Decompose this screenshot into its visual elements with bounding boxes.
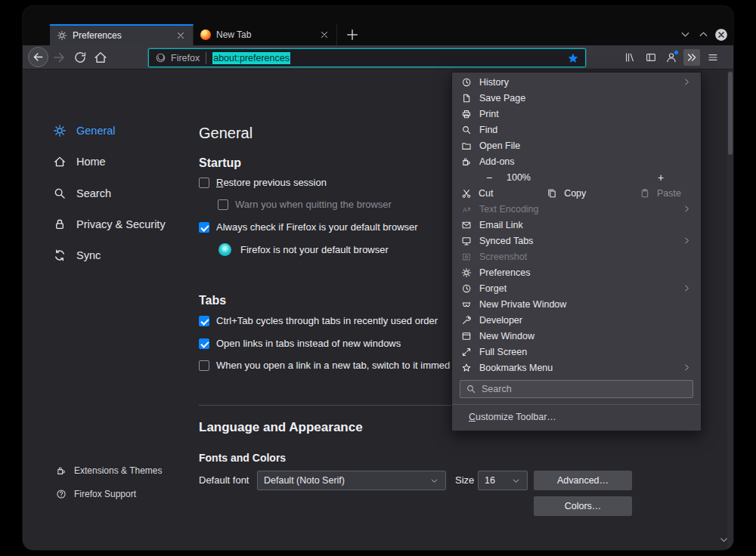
sync-icon: [53, 249, 67, 262]
forward-button[interactable]: [51, 50, 67, 65]
reload-button[interactable]: [73, 50, 88, 65]
hamburger-icon: [707, 51, 719, 63]
switch-to-tab-checkbox[interactable]: [199, 360, 209, 371]
menu-item-synced-tabs[interactable]: Synced Tabs: [452, 233, 701, 249]
puzzle-icon: [56, 465, 67, 476]
sidebar-item-privacy-security[interactable]: Privacy & Security: [53, 218, 166, 231]
svg-text:A: A: [463, 205, 467, 213]
menu-item-label: Print: [479, 109, 692, 119]
paste-button[interactable]: Paste: [640, 188, 681, 199]
menu-item-label: Find: [479, 125, 692, 135]
scroll-down-button[interactable]: [718, 534, 730, 545]
cut-button[interactable]: Cut: [461, 188, 493, 199]
list-all-tabs-button[interactable]: [679, 28, 692, 41]
font-size-select[interactable]: 16: [478, 471, 528, 490]
paste-icon: [640, 188, 650, 199]
default-browser-status-row: Firefox is not your default browser: [218, 243, 389, 256]
lock-icon: [53, 218, 67, 231]
scroll-tabs-up-button[interactable]: [697, 28, 710, 41]
back-icon: [32, 51, 45, 63]
urlbar-divider: [206, 52, 206, 64]
default-browser-checkbox[interactable]: [199, 222, 209, 233]
warn-quit-checkbox[interactable]: [218, 199, 228, 210]
account-button[interactable]: [663, 49, 680, 66]
sidebar-item-home[interactable]: Home: [53, 155, 106, 168]
language-appearance-heading: Language and Appearance: [199, 420, 363, 435]
menu-item-preferences[interactable]: Preferences: [452, 264, 701, 280]
default-font-select[interactable]: Default (Noto Serif): [257, 471, 446, 490]
menu-search-box: [460, 380, 693, 398]
sidebar-item-sync[interactable]: Sync: [53, 249, 101, 262]
sidebar-item-extensions-themes[interactable]: Extensions & Themes: [56, 465, 163, 476]
menu-item-full-screen[interactable]: Full Screen: [452, 344, 701, 360]
library-button[interactable]: [621, 49, 638, 66]
menu-item-find[interactable]: Find: [452, 122, 701, 137]
bookmarks-icon: [461, 363, 472, 373]
sidebar-item-firefox-support[interactable]: Firefox Support: [56, 489, 136, 499]
tab-preferences[interactable]: Preferences: [50, 24, 194, 45]
menu-item-developer[interactable]: Developer: [452, 312, 701, 328]
default-browser-status-icon: [218, 243, 231, 256]
zoom-level[interactable]: 100%: [507, 172, 531, 183]
zoom-out-button[interactable]: −: [481, 171, 497, 184]
back-button[interactable]: [28, 47, 48, 67]
menu-item-new-window[interactable]: New Window: [452, 328, 701, 344]
url-text[interactable]: about:preferences: [212, 52, 290, 64]
menu-item-email-link[interactable]: Email Link: [452, 217, 701, 233]
gear-icon: [461, 267, 472, 278]
open-links-checkbox[interactable]: [199, 338, 209, 349]
url-bar[interactable]: Firefox about:preferences: [148, 48, 586, 67]
menu-item-label: Synced Tabs: [479, 236, 674, 246]
menu-item-open-file[interactable]: Open File: [452, 137, 701, 153]
menu-item-forget[interactable]: Forget: [452, 280, 701, 296]
chevron-right-icon: [682, 204, 692, 214]
menu-item-text-encoding[interactable]: A Text Encoding: [452, 201, 701, 217]
close-tab-icon[interactable]: [319, 29, 330, 40]
ctrl-tab-checkbox[interactable]: [199, 316, 209, 326]
menu-search-input[interactable]: [482, 384, 687, 394]
gear-icon: [53, 124, 67, 137]
copy-button[interactable]: Copy: [547, 188, 586, 199]
open-file-icon: [461, 141, 472, 151]
restore-session-checkbox[interactable]: [199, 178, 209, 188]
sidebar-item-label: Extensions & Themes: [74, 465, 163, 476]
overflow-menu-button[interactable]: [683, 49, 700, 66]
scrollbar-thumb[interactable]: [728, 72, 733, 155]
menu-item-bookmarks-menu[interactable]: Bookmarks Menu: [452, 360, 701, 375]
chevron-right-icon: [682, 77, 692, 87]
cut-label: Cut: [479, 188, 493, 199]
menu-item-save-page[interactable]: Save Page: [452, 90, 701, 106]
advanced-button[interactable]: Advanced…: [534, 471, 632, 490]
hamburger-menu-button[interactable]: [705, 49, 721, 66]
option-label: Warn you when quitting the browser: [235, 199, 392, 210]
library-icon: [624, 51, 636, 63]
sidebar-item-search[interactable]: Search: [53, 187, 111, 200]
menu-item-screenshot[interactable]: Screenshot: [452, 249, 701, 264]
sidebar-item-general[interactable]: General: [53, 124, 116, 137]
close-window-button[interactable]: [714, 28, 728, 42]
new-tab-button[interactable]: [345, 27, 360, 42]
default-font-value: Default (Noto Serif): [264, 475, 345, 486]
home-button[interactable]: [93, 50, 108, 65]
home-icon: [53, 155, 67, 168]
tab-label: Preferences: [73, 30, 170, 41]
menu-item-new-private-window[interactable]: New Private Window: [452, 296, 701, 312]
firefox-identity-icon: [155, 52, 166, 63]
menu-item-label: Forget: [479, 283, 674, 294]
zoom-in-button[interactable]: +: [652, 171, 669, 184]
sidebar-toggle-button[interactable]: [643, 49, 659, 66]
menu-item-label: Save Page: [479, 93, 692, 103]
bookmark-star-icon[interactable]: [567, 52, 579, 64]
default-font-label: Default font: [199, 474, 249, 486]
edit-controls: Cut Copy Paste: [452, 185, 701, 201]
sidebar-item-label: General: [76, 125, 116, 137]
browser-window: Preferences New Tab Firefox about:prefer…: [23, 6, 733, 550]
close-tab-icon[interactable]: [175, 30, 186, 41]
menu-item-print[interactable]: Print: [452, 106, 701, 122]
menu-item-add-ons[interactable]: Add-ons: [452, 153, 701, 169]
paste-label: Paste: [657, 188, 681, 199]
colors-button[interactable]: Colors…: [534, 496, 632, 516]
menu-item-history[interactable]: History: [452, 74, 701, 90]
tab-new-tab[interactable]: New Tab: [194, 24, 337, 45]
customize-toolbar-button[interactable]: Customize Toolbar…: [469, 412, 556, 422]
